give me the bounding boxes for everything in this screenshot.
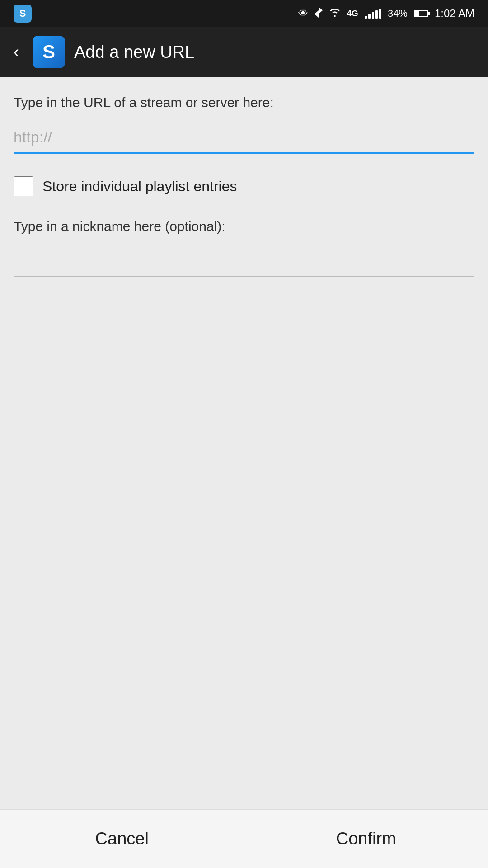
eye-off-icon: 👁 [298,8,308,19]
bluetooth-icon [314,7,323,20]
status-app-icon: S [14,5,32,23]
battery-icon [414,10,428,17]
checkbox-label: Store individual playlist entries [42,178,237,195]
confirm-button[interactable]: Confirm [244,810,488,868]
battery-percent: 34% [388,8,408,19]
app-logo: S [33,36,65,68]
status-time: 1:02 AM [435,7,474,20]
status-icons: 👁 4G 34% [298,7,474,20]
app-bar-title: Add a new URL [74,42,194,62]
checkbox-row: Store individual playlist entries [14,176,474,196]
status-app-icon-s: S [14,5,32,23]
form-content: Type in the URL of a stream or server he… [0,77,488,809]
nickname-label: Type in a nickname here (optional): [14,219,474,234]
cancel-button[interactable]: Cancel [0,810,244,868]
url-input[interactable] [14,124,474,154]
store-playlist-checkbox[interactable] [14,176,33,196]
network-label: 4G [347,9,358,19]
url-label: Type in the URL of a stream or server he… [14,95,474,110]
bottom-action-bar: Cancel Confirm [0,809,488,868]
back-button[interactable]: ‹ [9,38,23,66]
wifi-icon [329,8,341,19]
status-bar: S 👁 4G 34% [0,0,488,27]
nickname-input[interactable] [14,248,474,277]
app-bar: ‹ S Add a new URL [0,27,488,77]
signal-bars [365,9,381,19]
